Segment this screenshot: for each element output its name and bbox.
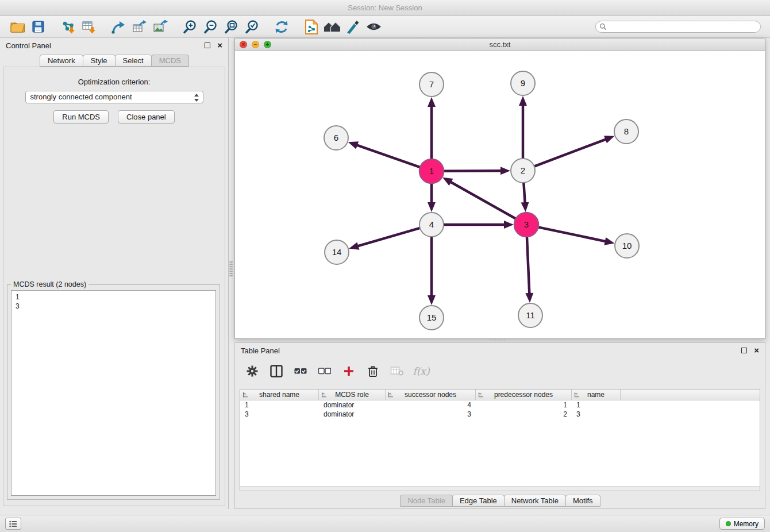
vertical-splitter-grip[interactable] xyxy=(229,261,233,277)
column-header-shared-name[interactable]: shared name xyxy=(240,390,319,400)
graph-edge-1-2[interactable] xyxy=(444,171,502,171)
create-column-button[interactable] xyxy=(340,363,358,380)
import-table-icon xyxy=(81,20,96,34)
search-icon xyxy=(599,23,607,30)
graph-edge-3-11[interactable] xyxy=(527,237,529,294)
search-input[interactable] xyxy=(595,21,761,33)
graph-node-2[interactable]: 2 xyxy=(511,159,535,183)
refresh-layout-button[interactable] xyxy=(271,18,292,36)
graph-node-14[interactable]: 14 xyxy=(325,240,349,264)
column-header-MCDS-role[interactable]: MCDS role xyxy=(319,390,386,400)
delete-column-button[interactable] xyxy=(364,363,382,380)
tab-network-table[interactable]: Network Table xyxy=(504,495,566,507)
control-panel-title: Control Panel xyxy=(6,41,51,50)
status-bar: Memory xyxy=(0,515,770,532)
column-header-predecessor-nodes[interactable]: predecessor nodes xyxy=(476,390,572,400)
style-brush-button[interactable] xyxy=(342,18,363,36)
edge-arrowhead-icon xyxy=(525,293,533,303)
graph-edge-2-3[interactable] xyxy=(523,183,525,203)
function-builder-button-disabled[interactable]: f(x) xyxy=(412,363,430,380)
save-session-button[interactable] xyxy=(28,18,48,36)
zoom-selected-icon xyxy=(244,20,259,34)
zoom-selected-button[interactable] xyxy=(241,18,262,36)
horizontal-scrollbar[interactable] xyxy=(240,486,760,491)
graph-node-15[interactable]: 15 xyxy=(419,306,444,330)
mcds-result-list[interactable]: 1 3 xyxy=(11,290,216,496)
criterion-dropdown-value: strongly connected component xyxy=(30,92,132,101)
column-header-successor-nodes[interactable]: successor nodes xyxy=(386,390,476,400)
mcds-buttons-row: Run MCDS Close panel xyxy=(3,110,225,124)
zoom-fit-button[interactable] xyxy=(221,18,241,36)
zoom-window-button[interactable]: + xyxy=(264,41,271,48)
tab-motifs[interactable]: Motifs xyxy=(565,495,600,507)
network-graph: 7968124310141511 xyxy=(235,51,765,338)
close-control-panel-icon[interactable]: × xyxy=(217,43,222,48)
import-network-button[interactable] xyxy=(57,18,78,36)
tab-edge-table[interactable]: Edge Table xyxy=(452,495,505,507)
network-document-button[interactable] xyxy=(301,18,322,36)
graph-node-6[interactable]: 6 xyxy=(324,126,348,150)
export-image-button[interactable] xyxy=(149,18,170,36)
graph-node-11[interactable]: 11 xyxy=(518,303,542,327)
graph-edge-2-8[interactable] xyxy=(534,139,607,167)
graph-edge-3-1[interactable] xyxy=(450,182,515,219)
tab-network[interactable]: Network xyxy=(40,55,83,67)
graph-node-4[interactable]: 4 xyxy=(419,213,444,237)
minimize-window-button[interactable]: − xyxy=(252,41,259,48)
graph-node-7[interactable]: 7 xyxy=(419,72,444,97)
table-row[interactable]: 1dominator411 xyxy=(240,400,760,410)
zoom-in-button[interactable] xyxy=(179,18,200,36)
graph-edge-4-14[interactable] xyxy=(357,228,420,246)
dropdown-stepper-icon xyxy=(194,93,199,102)
table-row[interactable]: 3dominator323 xyxy=(240,410,760,419)
float-panel-icon[interactable] xyxy=(205,43,210,48)
table-toolbar: f(x) xyxy=(235,358,765,384)
graph-node-10[interactable]: 10 xyxy=(615,234,639,258)
run-mcds-button[interactable]: Run MCDS xyxy=(53,110,109,124)
delete-table-button-disabled[interactable] xyxy=(388,363,406,380)
export-network-icon xyxy=(111,20,126,34)
show-columns-button[interactable] xyxy=(267,363,286,380)
mcds-tab-pane: Optimization criterion: strongly connect… xyxy=(3,67,225,506)
zoom-out-button[interactable] xyxy=(200,18,221,36)
close-window-button[interactable]: × xyxy=(240,41,247,48)
home-button[interactable] xyxy=(322,18,342,36)
checked-boxes-icon xyxy=(294,368,307,375)
close-table-panel-icon[interactable]: × xyxy=(754,348,759,353)
svg-text:6: 6 xyxy=(334,133,338,142)
edge-arrowhead-icon xyxy=(604,237,614,245)
horizontal-splitter-grip[interactable] xyxy=(490,338,506,341)
graph-edge-1-6[interactable] xyxy=(356,145,420,167)
criterion-dropdown[interactable]: strongly connected component xyxy=(25,91,203,103)
tab-select[interactable]: Select xyxy=(115,55,152,67)
select-all-columns-button[interactable] xyxy=(291,363,310,380)
open-session-button[interactable] xyxy=(7,18,28,36)
graph-node-9[interactable]: 9 xyxy=(511,71,535,95)
graph-edge-3-10[interactable] xyxy=(538,227,606,241)
import-table-button[interactable] xyxy=(78,18,99,36)
memory-button[interactable]: Memory xyxy=(719,518,765,530)
gear-icon xyxy=(246,365,259,377)
export-network-button[interactable] xyxy=(108,18,129,36)
deselect-all-columns-button[interactable] xyxy=(315,363,334,380)
columns-icon xyxy=(270,365,283,377)
panel-menu-button[interactable] xyxy=(5,518,21,530)
graph-node-8[interactable]: 8 xyxy=(614,119,638,144)
export-table-button[interactable] xyxy=(129,18,149,36)
graph-node-1[interactable]: 1 xyxy=(419,159,444,183)
column-sort-icon xyxy=(574,392,580,398)
table-settings-button[interactable] xyxy=(243,363,261,380)
save-icon xyxy=(32,20,45,33)
edge-arrowhead-icon xyxy=(349,242,359,249)
network-canvas[interactable]: 7968124310141511 xyxy=(235,51,765,338)
tab-node-table[interactable]: Node Table xyxy=(400,495,453,507)
close-panel-button[interactable]: Close panel xyxy=(118,110,175,124)
svg-text:3: 3 xyxy=(524,219,529,229)
tab-mcds[interactable]: MCDS xyxy=(151,55,189,67)
column-header-name[interactable]: name xyxy=(572,390,621,400)
tab-style[interactable]: Style xyxy=(83,55,116,67)
float-table-panel-icon[interactable] xyxy=(741,348,747,353)
edge-arrowhead-icon xyxy=(604,136,614,143)
show-hide-button[interactable] xyxy=(363,18,384,36)
graph-node-3[interactable]: 3 xyxy=(514,213,538,237)
